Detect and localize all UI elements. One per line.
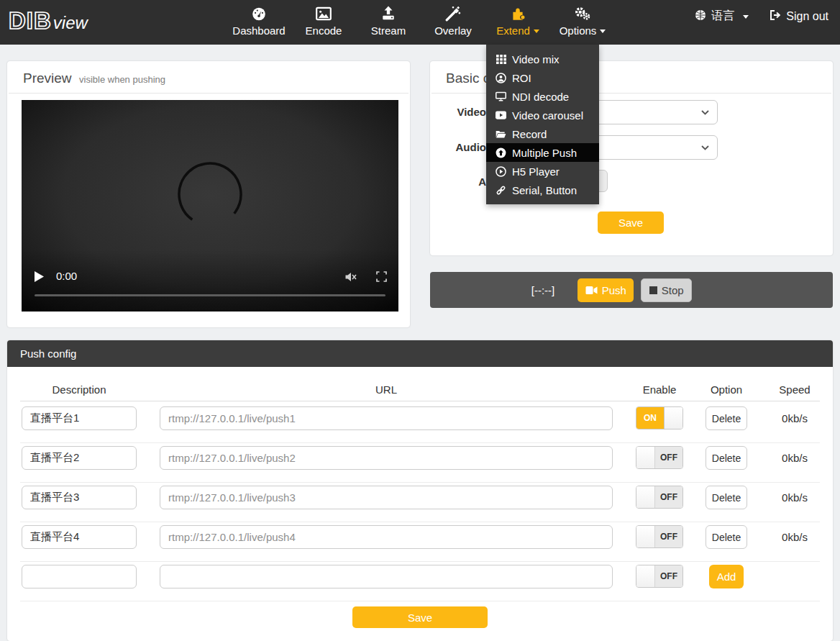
nav-item-extend[interactable]: Extend <box>485 0 550 45</box>
url-input[interactable] <box>160 525 613 549</box>
preview-panel-header: Preview visible when pushing <box>9 61 408 94</box>
video-progress-bar[interactable] <box>35 294 385 296</box>
image-icon <box>315 5 332 22</box>
toggle-knob <box>636 447 655 468</box>
speed-value: 0kb/s <box>762 443 827 473</box>
toggle-state-label: OFF <box>655 486 682 508</box>
url-input[interactable] <box>160 486 613 509</box>
muted-speaker-icon[interactable] <box>344 271 357 283</box>
stop-label: Stop <box>662 284 684 296</box>
url-input[interactable] <box>160 446 613 470</box>
menu-item-label: Multiple Push <box>512 147 577 159</box>
navbar-right: 语言 Sign out <box>695 9 828 24</box>
url-input[interactable] <box>160 565 613 588</box>
toggle-knob <box>636 486 655 508</box>
nav-item-encode[interactable]: Encode <box>291 0 356 45</box>
col-description: Description <box>52 383 106 396</box>
enable-toggle[interactable]: OFF <box>636 525 683 548</box>
language-label: 语言 <box>711 9 734 24</box>
top-navbar: DIB view Dashboard Encode Stream <box>0 0 840 45</box>
page: DIB view Dashboard Encode Stream <box>0 0 840 641</box>
nav-label: Overlay <box>434 24 472 37</box>
brand-logo[interactable]: DIB view <box>9 7 88 35</box>
toggle-state-label: OFF <box>655 526 682 547</box>
table-row: OFF Delete 0kb/s <box>7 522 833 562</box>
menu-item-multiple-push[interactable]: Multiple Push <box>486 143 599 162</box>
magic-wand-icon <box>445 5 461 22</box>
push-config-save-button[interactable]: Save <box>352 606 488 628</box>
divider <box>20 601 820 601</box>
description-input[interactable] <box>22 525 137 549</box>
description-input[interactable] <box>22 486 137 509</box>
sign-out-button[interactable]: Sign out <box>769 9 828 24</box>
menu-item-video-mix[interactable]: Video mix <box>486 50 599 68</box>
fullscreen-icon[interactable] <box>376 271 387 282</box>
speed-value: 0kb/s <box>762 522 827 552</box>
menu-item-record[interactable]: Record <box>486 124 599 143</box>
push-button[interactable]: Push <box>578 278 634 302</box>
push-config-panel: Push config Description URL Enable Optio… <box>7 340 833 641</box>
nav-item-overlay[interactable]: Overlay <box>421 0 485 45</box>
toggle-state-label: OFF <box>655 565 682 587</box>
gears-icon <box>574 5 591 22</box>
gauge-icon <box>251 5 267 22</box>
language-dropdown[interactable]: 语言 <box>695 9 749 24</box>
preview-title: Preview <box>23 71 72 86</box>
nav-label: Stream <box>371 24 406 37</box>
stop-button[interactable]: Stop <box>641 278 692 302</box>
col-option: Option <box>711 383 742 396</box>
basic-config-save-button[interactable]: Save <box>598 212 664 234</box>
main-nav: Dashboard Encode Stream Overlay <box>227 0 615 45</box>
nav-label: Dashboard <box>232 24 285 37</box>
toggle-state-label: OFF <box>655 447 682 468</box>
table-row-new: OFF Add <box>7 562 833 601</box>
loading-spinner-icon <box>175 160 245 229</box>
brand-bold-text: DIB <box>9 7 52 35</box>
preview-subtitle: visible when pushing <box>79 74 165 85</box>
url-input[interactable] <box>160 406 613 430</box>
description-input[interactable] <box>22 565 137 588</box>
extend-dropdown-menu: Video mix ROI NDI decode Video carousel … <box>486 45 599 204</box>
brand-light-text: view <box>53 13 88 33</box>
enable-toggle[interactable]: OFF <box>636 446 683 469</box>
play-circle-icon <box>496 166 506 177</box>
menu-item-ndi-decode[interactable]: NDI decode <box>486 87 599 106</box>
play-icon[interactable] <box>35 271 44 282</box>
user-circle-icon <box>496 73 506 83</box>
add-button[interactable]: Add <box>709 565 744 588</box>
preview-panel: Preview visible when pushing 0:00 <box>7 61 410 327</box>
col-enable: Enable <box>643 383 677 396</box>
delete-button[interactable]: Delete <box>706 446 747 470</box>
nav-item-dashboard[interactable]: Dashboard <box>227 0 291 45</box>
delete-button[interactable]: Delete <box>706 525 747 549</box>
description-input[interactable] <box>22 406 137 430</box>
table-row: ON Delete 0kb/s <box>7 404 833 443</box>
menu-item-h5-player[interactable]: H5 Player <box>486 162 599 181</box>
enable-toggle[interactable]: OFF <box>636 565 683 588</box>
nav-item-stream[interactable]: Stream <box>356 0 421 45</box>
toggle-knob <box>636 565 655 587</box>
link-icon <box>496 185 506 196</box>
menu-item-video-carousel[interactable]: Video carousel <box>486 106 599 124</box>
enable-toggle[interactable]: ON <box>636 406 683 429</box>
divider <box>20 401 820 401</box>
audio-source-label: Audio <box>430 141 486 153</box>
nav-item-options[interactable]: Options <box>550 0 615 45</box>
delete-button[interactable]: Delete <box>706 486 747 509</box>
menu-item-serial-button[interactable]: Serial, Button <box>486 181 599 199</box>
description-input[interactable] <box>22 446 137 470</box>
menu-item-label: Serial, Button <box>512 184 577 196</box>
menu-item-roi[interactable]: ROI <box>486 68 599 87</box>
toggle-state-label: ON <box>636 407 664 429</box>
delete-button[interactable]: Delete <box>706 406 747 430</box>
video-player[interactable]: 0:00 <box>22 100 398 312</box>
enable-toggle[interactable]: OFF <box>636 486 683 509</box>
puzzle-icon <box>510 5 526 22</box>
video-play-icon <box>496 110 506 121</box>
chevron-down-icon <box>701 110 709 115</box>
desktop-icon <box>496 91 506 102</box>
menu-item-label: H5 Player <box>512 165 560 178</box>
menu-item-label: Video mix <box>512 53 560 65</box>
folder-open-icon <box>496 129 506 140</box>
table-row: OFF Delete 0kb/s <box>7 483 833 522</box>
